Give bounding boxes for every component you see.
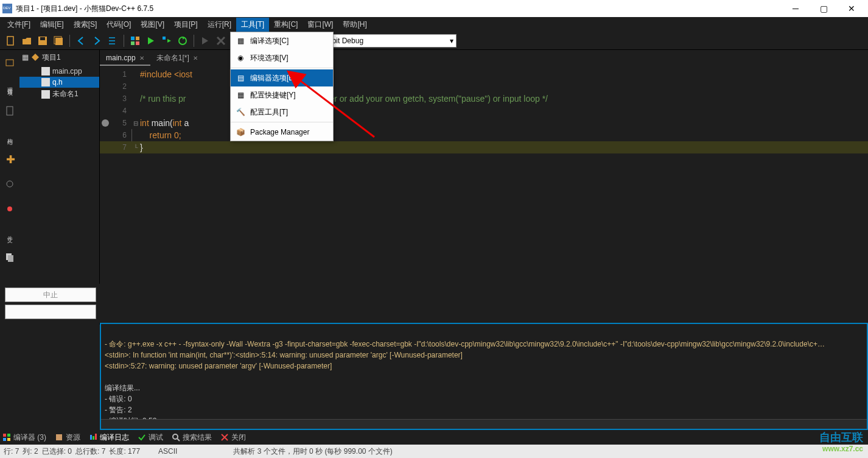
stop-button[interactable] bbox=[214, 33, 228, 48]
indent-button[interactable] bbox=[105, 33, 120, 48]
project-file-main[interactable]: main.cpp bbox=[19, 66, 99, 77]
close-button[interactable]: ✕ bbox=[838, 0, 866, 17]
svg-rect-24 bbox=[90, 435, 92, 440]
output-pane: - 命令: g++.exe -x c++ - -fsyntax-only -Wa… bbox=[100, 323, 868, 430]
btab-compiler[interactable]: 编译器 (3) bbox=[2, 432, 46, 443]
btab-compile-log[interactable]: 编译日志 bbox=[89, 432, 129, 443]
menu-window[interactable]: 窗口[W] bbox=[303, 18, 338, 32]
output-scrollbar[interactable] bbox=[101, 419, 867, 429]
svg-rect-9 bbox=[163, 37, 166, 40]
circles-icon: ◉ bbox=[236, 53, 245, 63]
btab-search[interactable]: 搜索结果 bbox=[172, 432, 212, 443]
open-button[interactable] bbox=[19, 33, 34, 48]
svg-rect-22 bbox=[7, 438, 10, 441]
project-root-icon bbox=[31, 53, 40, 62]
separator bbox=[231, 122, 333, 122]
tab-main-cpp[interactable]: main.cpp ✕ bbox=[100, 51, 150, 66]
minimize-button[interactable]: ─ bbox=[782, 0, 810, 17]
menu-project[interactable]: 项目[P] bbox=[169, 18, 203, 32]
window-title: 项目1 - [项目1.dev] - 小熊猫Dev-C++ 6.7.5 bbox=[16, 4, 782, 14]
sidebar-struct[interactable] bbox=[2, 101, 17, 121]
sidebar-add[interactable]: ✚ bbox=[2, 150, 17, 169]
rebuild-button[interactable] bbox=[175, 33, 190, 48]
btab-resource[interactable]: 资源 bbox=[55, 432, 80, 443]
svg-rect-19 bbox=[3, 434, 6, 437]
tools-dropdown: ▦编译选项[C] ◉环境选项[V] ▤编辑器选项[E] ▦配置快捷键[Y] 🔨配… bbox=[230, 32, 334, 141]
close-icon[interactable]: ✕ bbox=[139, 55, 144, 62]
close-icon[interactable]: ✕ bbox=[193, 55, 198, 62]
svg-rect-21 bbox=[3, 438, 6, 441]
secondary-button[interactable] bbox=[5, 305, 96, 319]
maximize-button[interactable]: ▢ bbox=[810, 0, 838, 17]
compile-run-button[interactable] bbox=[159, 33, 174, 48]
breakpoint-icon[interactable] bbox=[102, 119, 109, 127]
status-col: 列: 2 bbox=[23, 446, 38, 457]
menu-config-tools[interactable]: 🔨配置工具[T] bbox=[231, 104, 333, 121]
menu-package-manager[interactable]: 📦Package Manager bbox=[231, 124, 333, 141]
status-line: 行: 7 bbox=[4, 446, 19, 457]
svg-point-14 bbox=[7, 181, 13, 187]
menu-run[interactable]: 运行[R] bbox=[203, 18, 236, 32]
output-text[interactable]: - 命令: g++.exe -x c++ - -fsyntax-only -Wa… bbox=[101, 324, 867, 430]
btab-debug[interactable]: 调试 bbox=[138, 432, 163, 443]
save-all-button[interactable] bbox=[51, 33, 66, 48]
svg-rect-26 bbox=[95, 434, 97, 440]
status-total: 总行数: 7 bbox=[75, 446, 105, 457]
chevron-down-icon: ▾ bbox=[450, 37, 453, 45]
save-button[interactable] bbox=[35, 33, 50, 48]
sidebar-watch[interactable] bbox=[2, 174, 17, 194]
menubar: 文件[F] 编辑[E] 搜索[S] 代码[O] 视图[V] 项目[P] 运行[R… bbox=[0, 17, 868, 32]
menu-edit[interactable]: 编辑[E] bbox=[35, 18, 69, 32]
svg-point-15 bbox=[7, 206, 12, 211]
hammer-icon: 🔨 bbox=[236, 107, 245, 117]
sidebar-project-label: 项目管理 bbox=[2, 77, 17, 96]
project-file-qh[interactable]: q.h bbox=[19, 77, 99, 88]
separator bbox=[231, 68, 333, 68]
menu-compile-options[interactable]: ▦编译选项[C] bbox=[231, 32, 333, 49]
menu-view[interactable]: 视图[V] bbox=[136, 18, 169, 32]
menu-file[interactable]: 文件[F] bbox=[2, 18, 35, 32]
toolbar: MinGW GCC 9.2.0 32-bit Debug ▾ bbox=[0, 32, 868, 50]
menu-env-options[interactable]: ◉环境选项[V] bbox=[231, 49, 333, 66]
menu-search[interactable]: 搜索[S] bbox=[69, 18, 102, 32]
svg-line-28 bbox=[177, 439, 180, 441]
status-sel: 已选择: 0 bbox=[42, 446, 72, 457]
tab-unnamed[interactable]: 未命名1[*] ✕ bbox=[150, 51, 204, 66]
menu-refactor[interactable]: 重构[C] bbox=[269, 18, 303, 32]
abort-button[interactable]: 中止 bbox=[5, 287, 96, 302]
sidebar-debug[interactable] bbox=[2, 199, 17, 218]
run-button[interactable] bbox=[144, 33, 158, 48]
code-editor[interactable]: 1#include <iost 2 3/* run this prsole pa… bbox=[100, 66, 868, 325]
svg-rect-7 bbox=[131, 41, 135, 45]
menu-code[interactable]: 代码[O] bbox=[102, 18, 136, 32]
svg-rect-13 bbox=[7, 107, 13, 115]
menu-help[interactable]: 帮助[H] bbox=[338, 18, 371, 32]
project-file-unnamed[interactable]: 未命名1 bbox=[19, 88, 99, 100]
watermark: 自由互联 www.xz7.cc bbox=[819, 430, 863, 453]
sidebar-file-label: 文件 bbox=[2, 223, 17, 242]
svg-rect-23 bbox=[56, 434, 62, 440]
svg-rect-17 bbox=[8, 255, 13, 262]
status-encoding: ASCII bbox=[158, 447, 177, 456]
project-root-label[interactable]: 项目1 bbox=[42, 52, 61, 63]
sidebar-project[interactable] bbox=[2, 52, 17, 72]
forward-button[interactable] bbox=[89, 33, 104, 48]
compile-button[interactable] bbox=[128, 33, 142, 48]
titlebar: 项目1 - [项目1.dev] - 小熊猫Dev-C++ 6.7.5 ─ ▢ ✕ bbox=[0, 0, 868, 17]
new-file-button[interactable] bbox=[4, 33, 18, 48]
sidebar-files[interactable] bbox=[2, 247, 17, 267]
back-button[interactable] bbox=[74, 33, 88, 48]
btab-close[interactable]: 关闭 bbox=[220, 432, 246, 443]
package-icon: 📦 bbox=[236, 127, 245, 137]
file-icon bbox=[41, 67, 50, 76]
panel-list-icon[interactable]: ▦ bbox=[22, 53, 29, 62]
svg-rect-12 bbox=[6, 60, 13, 66]
svg-rect-8 bbox=[136, 41, 139, 45]
menu-tools[interactable]: 工具[T] bbox=[236, 18, 269, 32]
svg-rect-5 bbox=[131, 37, 135, 40]
menu-shortcuts[interactable]: ▦配置快捷键[Y] bbox=[231, 86, 333, 104]
statusbar: 行: 7 列: 2 已选择: 0 总行数: 7 长度: 177 ASCII 共解… bbox=[0, 445, 868, 458]
doc-icon: ▤ bbox=[236, 73, 245, 83]
menu-editor-options[interactable]: ▤编辑器选项[E] bbox=[231, 69, 333, 86]
debug-step-button[interactable] bbox=[198, 33, 212, 48]
